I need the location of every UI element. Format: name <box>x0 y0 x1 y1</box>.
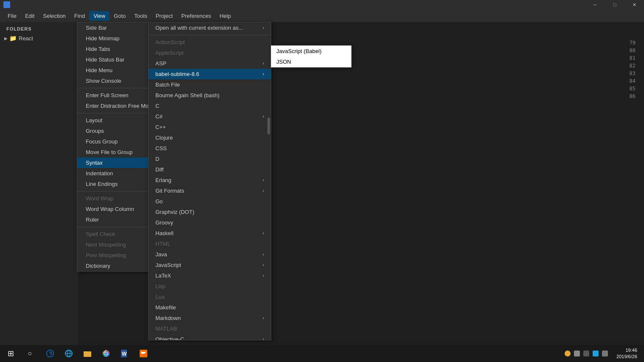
menu-view[interactable]: View <box>89 11 110 21</box>
syntax-d[interactable]: D <box>149 154 271 164</box>
syntax-matlab: MATLAB <box>149 323 271 334</box>
syntax-applescript-label: AppleScript <box>155 50 183 56</box>
syntax-go-label: Go <box>155 198 163 205</box>
line-num-80: 80 <box>630 47 636 54</box>
syntax-actionscript: ActionScript <box>149 37 271 48</box>
syntax-objc[interactable]: Objective-C › <box>149 334 271 340</box>
start-button[interactable]: ⊞ <box>0 345 21 362</box>
menu-find[interactable]: Find <box>70 11 89 21</box>
line-num-81: 81 <box>630 54 636 62</box>
syntax-babel[interactable]: babel-sublime-8.6 › <box>149 69 271 79</box>
syntax-haskell[interactable]: Haskell › <box>149 228 271 239</box>
menu-project[interactable]: Project <box>152 11 177 21</box>
syntax-cpp[interactable]: C++ <box>149 122 271 132</box>
latex-arrow-icon: › <box>263 273 264 278</box>
close-button[interactable]: ✕ <box>624 0 644 9</box>
java-arrow-icon: › <box>263 252 264 257</box>
sys-icon-1[interactable] <box>565 351 571 356</box>
syntax-menu[interactable]: Open all with current extension as... › … <box>148 22 271 340</box>
taskbar-time-line2: 2019/6/26 <box>616 354 637 360</box>
taskbar-icon-ie[interactable] <box>60 345 77 362</box>
view-menu-focus-group-label: Focus Group <box>86 138 118 145</box>
menu-goto[interactable]: Goto <box>110 11 130 21</box>
sys-icon-network[interactable] <box>593 351 599 356</box>
syntax-git[interactable]: Git Formats › <box>149 185 271 196</box>
sys-icon-volume[interactable] <box>602 351 608 356</box>
syntax-css-label: CSS <box>155 145 167 152</box>
svg-point-7 <box>105 352 107 355</box>
minimize-button[interactable]: ─ <box>585 0 605 9</box>
syntax-javascript[interactable]: JavaScript › <box>149 260 271 270</box>
syntax-css[interactable]: CSS <box>149 143 271 154</box>
syntax-batch[interactable]: Batch File <box>149 79 271 90</box>
syntax-java[interactable]: Java › <box>149 249 271 260</box>
syntax-lisp-label: Lisp <box>155 283 166 289</box>
syntax-diff-label: Diff <box>155 166 163 173</box>
search-button[interactable]: ○ <box>21 345 38 362</box>
menu-file[interactable]: File <box>3 11 21 21</box>
menu-edit[interactable]: Edit <box>21 11 39 21</box>
taskbar-icon-edge[interactable] <box>42 345 59 362</box>
line-num-85: 85 <box>630 85 636 93</box>
menu-tools[interactable]: Tools <box>130 11 151 21</box>
syntax-javascript-label: JavaScript <box>155 262 181 268</box>
babel-json-label: JSON <box>276 59 291 65</box>
syntax-html-label: HTML <box>155 241 170 247</box>
app-icon <box>3 1 10 8</box>
sys-icon-3[interactable] <box>583 351 589 356</box>
maximize-button[interactable]: □ <box>605 0 624 9</box>
syntax-go[interactable]: Go <box>149 196 271 207</box>
view-menu-console-label: Show Console <box>86 78 121 84</box>
syntax-open-all[interactable]: Open all with current extension as... › <box>149 22 271 33</box>
babel-submenu[interactable]: JavaScript (Babel) JSON <box>271 45 352 67</box>
system-tray-icons <box>561 351 611 356</box>
asp-arrow-icon: › <box>263 61 264 66</box>
menu-bar: File Edit Selection Find View Goto Tools… <box>0 9 644 22</box>
syntax-clojure[interactable]: Clojure <box>149 132 271 143</box>
taskbar-icon-word[interactable]: W <box>116 345 133 362</box>
menu-preferences[interactable]: Preferences <box>177 11 215 21</box>
syntax-lua-label: Lua <box>155 294 165 300</box>
git-arrow-icon: › <box>263 188 264 193</box>
syntax-graphviz[interactable]: Graphviz (DOT) <box>149 207 271 217</box>
syntax-latex[interactable]: LaTeX › <box>149 270 271 281</box>
taskbar-clock[interactable]: 19:46 2019/6/26 <box>613 347 641 360</box>
syntax-cpp-label: C++ <box>155 124 166 130</box>
view-menu-tabs-label: Hide Tabs <box>86 46 110 52</box>
syntax-csharp[interactable]: C# › <box>149 111 271 122</box>
view-menu-distraction-label: Enter Distraction Free Mode <box>86 103 155 109</box>
folder-arrow-icon: ▶ <box>4 36 8 41</box>
babel-json[interactable]: JSON <box>271 56 351 67</box>
sys-icon-2[interactable] <box>574 351 580 356</box>
menu-help[interactable]: Help <box>215 11 235 21</box>
sidebar-folder-react[interactable]: ▶ 📁 React <box>0 34 78 43</box>
view-menu-minimap-label: Hide Minimap <box>86 35 119 42</box>
line-numbers: 79 80 81 82 83 84 85 86 <box>630 39 636 100</box>
syntax-erlang[interactable]: Erlang › <box>149 175 271 185</box>
syntax-asp[interactable]: ASP › <box>149 58 271 69</box>
syntax-html: HTML <box>149 239 271 249</box>
taskbar-icon-sublime[interactable] <box>135 345 152 362</box>
syntax-markdown-label: Markdown <box>155 315 181 321</box>
taskbar-icon-explorer[interactable] <box>79 345 96 362</box>
window-controls: ─ □ ✕ <box>585 0 644 9</box>
babel-js[interactable]: JavaScript (Babel) <box>271 46 351 56</box>
syntax-c[interactable]: C <box>149 101 271 111</box>
syntax-graphviz-label: Graphviz (DOT) <box>155 209 194 215</box>
view-menu-move-file-label: Move File to Group <box>86 149 133 155</box>
menu-selection[interactable]: Selection <box>39 11 70 21</box>
view-menu-syntax-label: Syntax <box>86 160 103 166</box>
view-menu-wordwrap-label: Word Wrap <box>86 195 113 202</box>
syntax-groovy[interactable]: Groovy <box>149 217 271 228</box>
taskbar-icon-chrome[interactable] <box>98 345 115 362</box>
haskell-arrow-icon: › <box>263 231 264 236</box>
syntax-haskell-label: Haskell <box>155 230 174 236</box>
syntax-markdown[interactable]: Markdown › <box>149 313 271 323</box>
view-menu-fullscreen-label: Enter Full Screen <box>86 92 128 98</box>
view-menu-indentation-label: Indentation <box>86 170 113 177</box>
syntax-bash[interactable]: Bourne Again Shell (bash) <box>149 90 271 101</box>
syntax-makefile[interactable]: Makefile <box>149 302 271 313</box>
syntax-separator-1 <box>149 35 271 35</box>
title-bar: ─ □ ✕ <box>0 0 644 9</box>
syntax-diff[interactable]: Diff <box>149 164 271 175</box>
